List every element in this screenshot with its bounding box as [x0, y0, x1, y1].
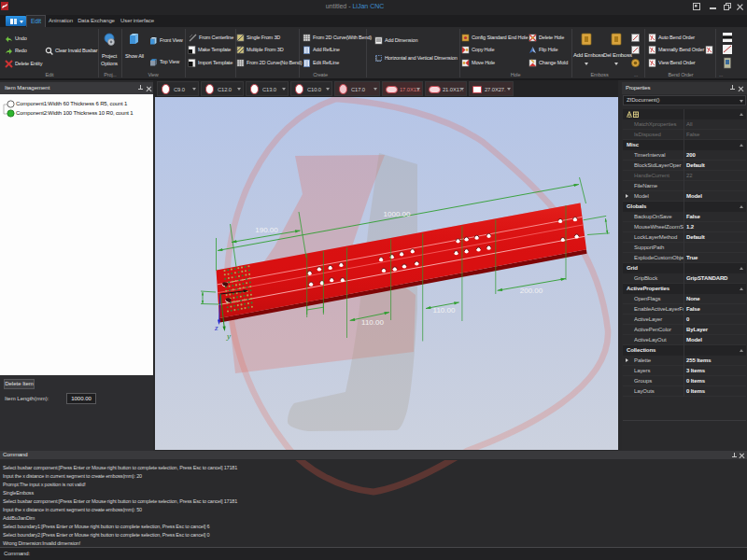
svg-text:1000.00: 1000.00: [384, 210, 411, 218]
svg-text:z: z: [214, 323, 218, 332]
svg-text:110.00: 110.00: [433, 306, 456, 315]
svg-text:110.00: 110.00: [361, 318, 384, 327]
svg-text:200.00: 200.00: [520, 287, 543, 295]
svg-text:y: y: [226, 331, 231, 341]
svg-text:190.00: 190.00: [255, 226, 278, 234]
